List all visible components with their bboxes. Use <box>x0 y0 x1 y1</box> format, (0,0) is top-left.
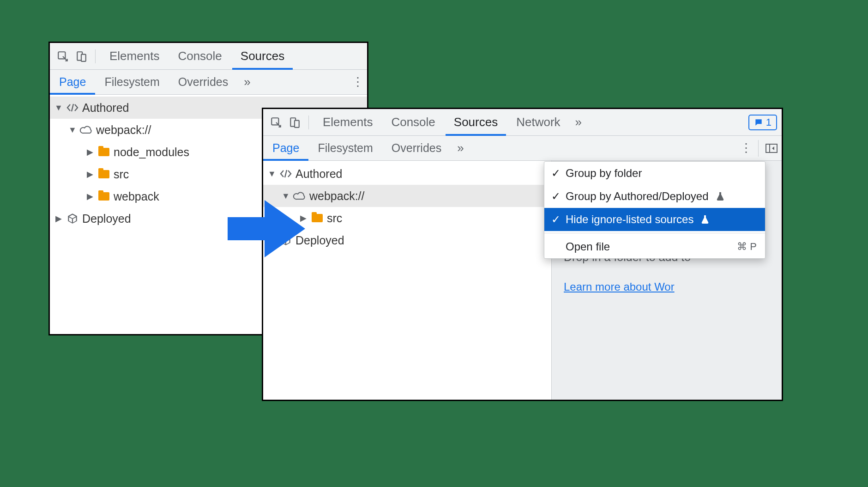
file-tree: ▼ Authored ▼ webpack:// ▶ src ▶ <box>263 161 552 400</box>
menu-hide-ignore-listed[interactable]: ✓ Hide ignore-listed sources <box>544 208 765 231</box>
subtab-overrides[interactable]: Overrides <box>169 70 237 95</box>
folder-icon <box>97 148 111 156</box>
check-icon: ✓ <box>551 167 561 180</box>
device-toggle-icon[interactable] <box>73 48 90 65</box>
chevron-right-icon: ▶ <box>54 213 63 224</box>
tree-src[interactable]: ▶ src <box>263 207 551 229</box>
menu-label: Open file <box>566 240 610 253</box>
tree-label: src <box>327 212 342 225</box>
folder-icon <box>97 192 111 201</box>
menu-label: Hide ignore-listed sources <box>566 213 693 226</box>
subtab-page[interactable]: Page <box>50 70 95 95</box>
chevron-right-icon: ▶ <box>86 191 94 201</box>
sources-subtabs: Page Filesystem Overrides » ⋮ <box>263 136 782 161</box>
issues-badge[interactable]: 1 <box>748 115 777 130</box>
tree-label: webpack:// <box>309 189 365 203</box>
chevron-right-icon: ▶ <box>86 147 94 157</box>
tree-label: Authored <box>295 167 342 181</box>
subtab-filesystem[interactable]: Filesystem <box>308 136 382 161</box>
tree-label: Authored <box>82 101 129 115</box>
chevron-down-icon: ▼ <box>68 125 77 135</box>
flask-icon <box>701 215 709 224</box>
svg-rect-6 <box>766 144 777 152</box>
tree-label: src <box>114 168 129 181</box>
tab-console[interactable]: Console <box>169 43 230 70</box>
kebab-menu-icon[interactable]: ⋮ <box>349 75 367 89</box>
menu-group-by-folder[interactable]: ✓ Group by folder <box>544 162 765 185</box>
tree-label: node_modules <box>114 146 189 159</box>
menu-open-file[interactable]: Open file ⌘ P <box>544 235 765 258</box>
top-tabbar: Elements Console Sources <box>50 43 367 70</box>
code-icon <box>279 169 293 178</box>
separator <box>95 49 96 63</box>
folder-icon <box>310 214 324 222</box>
more-subtabs-icon[interactable]: » <box>451 141 470 155</box>
menu-group-by-authored-deployed[interactable]: ✓ Group by Authored/Deployed <box>544 185 765 208</box>
tab-elements[interactable]: Elements <box>314 109 381 136</box>
menu-label: Group by Authored/Deployed <box>566 190 709 203</box>
device-toggle-icon[interactable] <box>286 114 303 131</box>
tab-sources[interactable]: Sources <box>446 109 506 136</box>
inspect-icon[interactable] <box>268 114 284 131</box>
check-icon: ✓ <box>551 190 561 203</box>
menu-shortcut: ⌘ P <box>737 241 757 253</box>
tree-webpack-root[interactable]: ▼ webpack:// <box>263 185 551 207</box>
check-icon: ✓ <box>551 213 561 226</box>
svg-rect-2 <box>81 54 86 61</box>
tab-network[interactable]: Network <box>508 109 568 136</box>
sources-body: ▼ Authored ▼ webpack:// ▶ src ▶ <box>263 161 782 400</box>
message-icon <box>754 118 763 127</box>
chevron-down-icon: ▼ <box>54 103 63 113</box>
chevron-down-icon: ▼ <box>268 169 276 179</box>
arrow-icon <box>228 196 306 261</box>
tree-label: webpack:// <box>96 123 151 137</box>
chevron-right-icon: ▶ <box>86 169 94 179</box>
flask-icon <box>716 192 724 201</box>
menu-separator <box>544 233 765 233</box>
sidebar-toggle-icon[interactable] <box>761 143 782 153</box>
subtab-filesystem[interactable]: Filesystem <box>95 70 169 95</box>
tree-label: Deployed <box>82 212 131 225</box>
tab-elements[interactable]: Elements <box>101 43 168 70</box>
sources-options-menu: ✓ Group by folder ✓ Group by Authored/De… <box>544 161 766 259</box>
folder-icon <box>97 170 111 178</box>
inspect-icon[interactable] <box>54 48 71 65</box>
devtools-panel-after: Elements Console Sources Network » 1 Pag… <box>262 108 783 401</box>
tree-label: webpack <box>114 190 159 203</box>
menu-label: Group by folder <box>566 167 642 180</box>
cloud-icon <box>79 125 93 134</box>
sources-subtabs: Page Filesystem Overrides » ⋮ <box>50 70 367 95</box>
tab-sources[interactable]: Sources <box>232 43 293 70</box>
more-subtabs-icon[interactable]: » <box>237 75 257 89</box>
tab-console[interactable]: Console <box>383 109 443 136</box>
code-icon <box>66 103 79 112</box>
more-tabs-icon[interactable]: » <box>571 115 586 129</box>
tree-authored[interactable]: ▼ Authored <box>263 163 551 185</box>
top-tabbar: Elements Console Sources Network » 1 <box>263 109 782 136</box>
kebab-menu-icon[interactable]: ⋮ <box>737 141 755 155</box>
subtab-overrides[interactable]: Overrides <box>382 136 451 161</box>
learn-more-link[interactable]: Learn more about Wor <box>564 280 675 293</box>
tree-deployed[interactable]: ▶ Deployed <box>263 229 551 251</box>
separator <box>308 116 309 129</box>
svg-rect-5 <box>295 120 299 127</box>
subtab-page[interactable]: Page <box>263 136 308 161</box>
issues-count: 1 <box>766 116 772 128</box>
separator <box>758 140 759 157</box>
box-icon <box>66 213 79 225</box>
